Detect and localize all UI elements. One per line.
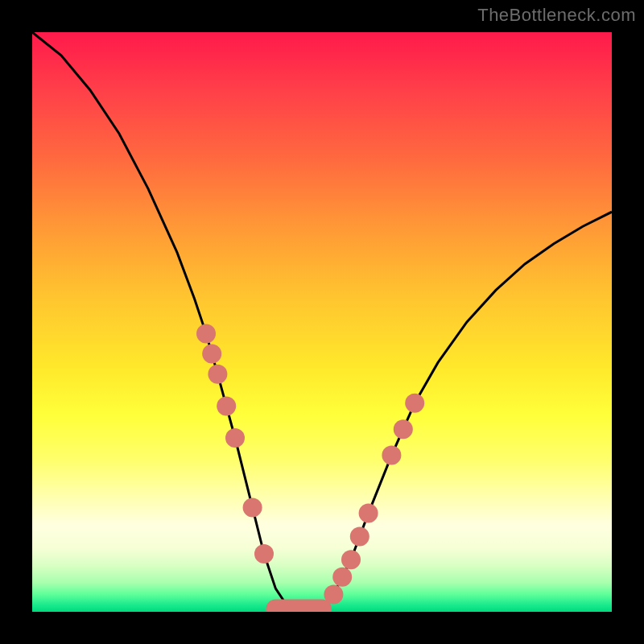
watermark-text: TheBottleneck.com — [477, 5, 636, 26]
bottleneck-curve — [32, 32, 612, 610]
marker-left-0 — [196, 324, 216, 343]
marker-right-3 — [350, 526, 369, 546]
marker-left-2 — [208, 365, 227, 384]
chart-frame: TheBottleneck.com — [0, 0, 644, 644]
marker-right-1 — [332, 568, 352, 587]
marker-left-6 — [254, 544, 274, 564]
marker-right-7 — [405, 394, 424, 413]
chart-svg — [32, 32, 612, 612]
marker-left-1 — [202, 345, 221, 364]
curve-group — [32, 32, 612, 610]
marker-right-2 — [341, 550, 361, 569]
marker-left-4 — [225, 428, 245, 448]
marker-left-5 — [243, 497, 262, 517]
marker-left-3 — [217, 396, 236, 415]
marker-right-6 — [394, 419, 413, 439]
marker-right-4 — [359, 504, 378, 523]
markers-group — [196, 324, 424, 609]
marker-right-5 — [382, 446, 401, 465]
plot-area — [32, 32, 612, 612]
